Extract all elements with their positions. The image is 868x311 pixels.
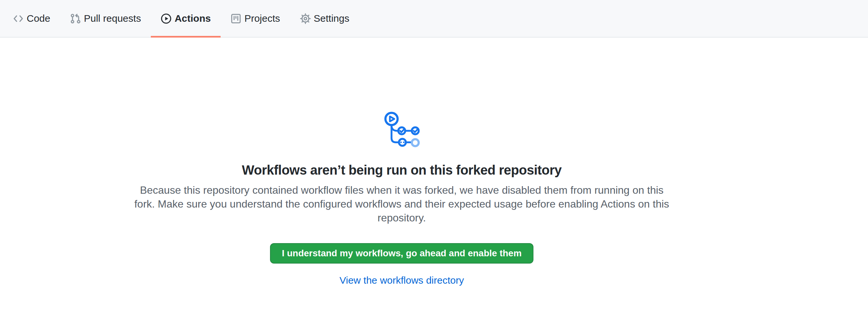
tab-label: Settings: [314, 13, 349, 23]
tab-actions[interactable]: Actions: [151, 0, 221, 37]
code-icon: [13, 13, 24, 24]
workflows-directory-link[interactable]: View the workflows directory: [340, 275, 464, 286]
project-board-icon: [230, 13, 241, 24]
git-pull-request-icon: [70, 13, 81, 24]
tab-label: Pull requests: [84, 13, 141, 23]
empty-state-heading: Workflows aren’t being run on this forke…: [0, 162, 803, 178]
tab-settings[interactable]: Settings: [290, 0, 359, 37]
play-circle-icon: [161, 13, 172, 24]
gear-icon: [300, 13, 311, 24]
workflow-graph-icon: [0, 111, 803, 148]
tab-code[interactable]: Code: [3, 0, 60, 37]
tab-label: Projects: [244, 13, 280, 23]
enable-workflows-button[interactable]: I understand my workflows, go ahead and …: [270, 243, 533, 263]
repo-tab-nav: Code Pull requests Actions: [0, 0, 868, 37]
tab-label: Code: [27, 13, 51, 23]
tab-pull-requests[interactable]: Pull requests: [60, 0, 151, 37]
tab-label: Actions: [175, 13, 211, 23]
actions-disabled-panel: Workflows aren’t being run on this forke…: [0, 37, 803, 286]
empty-state-description: Because this repository contained workfl…: [132, 183, 672, 225]
tab-projects[interactable]: Projects: [221, 0, 290, 37]
